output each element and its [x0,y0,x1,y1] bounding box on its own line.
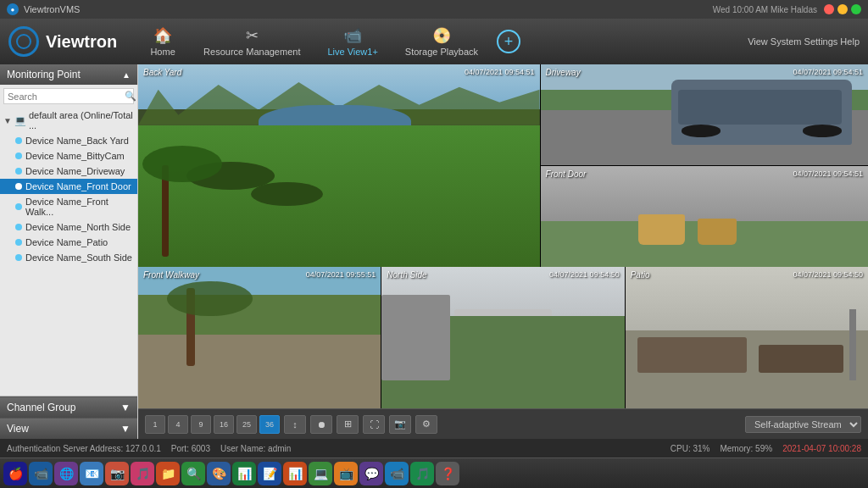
sidebar-item-frontdoor[interactable]: Device Name_Front Door [0,179,137,194]
stream-select[interactable]: Self-adaptive Stream [745,416,861,433]
app-icon: ● [7,3,19,15]
nav-resource[interactable]: ✂ Resource Management [192,23,312,60]
tool-record-button[interactable]: ⏺ [310,415,332,434]
cam-status-dot [15,239,22,246]
tool-settings-button[interactable]: ⚙ [415,415,437,434]
cam-status-dot [15,137,22,144]
frontdoor-camera-timestamp: 04/07/2021 09:54:51 [793,169,863,178]
sidebar-item-backyard[interactable]: Device Name_Back Yard [0,133,137,148]
sidebar-item-driveway[interactable]: Device Name_Driveway [0,164,137,179]
layout-1-button[interactable]: 1 [145,415,165,434]
dock-system-prefs[interactable]: 🌐 [54,462,78,485]
camera-cell-walkway[interactable]: Front Walkway 04/07/2021 09:55:51 [138,267,381,408]
sidebar-bottom: Channel Group ▼ View ▼ [0,396,137,439]
app-title: ViewtronVMS [24,4,713,14]
liveview-icon: 📹 [343,26,362,45]
nav-liveview-label: Live View1+ [327,47,377,57]
view-system-settings[interactable]: View System Settings Help [748,36,860,47]
dock-excel[interactable]: 📊 [232,462,256,485]
camera-cell-driveway[interactable]: Driveway 04/07/2021 09:54:51 [541,64,868,165]
tool-fullscreen-button[interactable]: ⛶ [363,415,385,434]
window-controls[interactable] [824,4,861,14]
layout-4-button[interactable]: 4 [168,415,188,434]
sidebar-item-driveway-label: Device Name_Driveway [25,166,125,176]
auth-server-label: Authentication Server Address: 127.0.0.1 [7,444,161,453]
cam-status-dot [15,168,22,175]
sidebar-item-backyard-label: Device Name_Back Yard [25,136,129,146]
view-section[interactable]: View ▼ [0,418,137,439]
bottom-bar: 1 4 9 16 25 36 ↕ ⏺ ⊞ ⛶ 📷 ⚙ Self-adaptive… [138,408,868,439]
sidebar-item-patio[interactable]: Device Name_Patio [0,235,137,250]
add-view-button[interactable]: + [497,30,520,53]
titlebar: ● ViewtronVMS Wed 10:00 AM Mike Haldas [0,0,868,19]
layout-9-button[interactable]: 9 [191,415,211,434]
dock-chrome[interactable]: 🔍 [181,462,205,485]
dock-zoom[interactable]: 📹 [385,462,409,485]
tool-move-button[interactable]: ↕ [284,415,306,434]
monitoring-point-header[interactable]: Monitoring Point ▲ [0,64,137,85]
tree-root-item[interactable]: ▼ 💻 default area (Online/Total ... [0,108,137,133]
dock-word[interactable]: 📝 [258,462,281,485]
dock-photoshop[interactable]: 🎨 [207,462,231,485]
dock-filezilla[interactable]: 📁 [156,462,180,485]
status-right: CPU: 31% Memory: 59% 2021-04-07 10:00:28 [670,444,861,453]
dock-slack[interactable]: 💬 [359,462,383,485]
sidebar-item-southside[interactable]: Device Name_South Side [0,250,137,265]
walkway-camera-timestamp: 04/07/2021 09:55:51 [306,270,376,279]
nav-playback[interactable]: 📀 Storage Playback [393,23,490,60]
layout-36-button[interactable]: 36 [259,415,280,434]
dock-viewtron[interactable]: 📹 [29,462,53,485]
memory-label: Memory: 59% [720,444,772,453]
camera-area: Back Yard 04/07/2021 09:54:51 Driveway 0… [138,64,868,439]
camera-grid: Back Yard 04/07/2021 09:54:51 Driveway 0… [138,64,868,408]
top-right-controls: View System Settings Help [748,36,860,47]
dock-iterm[interactable]: 💻 [309,462,332,485]
tool-snapshot-button[interactable]: 📷 [389,415,411,434]
nav-playback-label: Storage Playback [405,47,478,57]
search-input[interactable] [8,92,125,102]
dock-help[interactable]: ❓ [436,462,459,485]
cam-status-dot [15,183,22,190]
dock-email[interactable]: 📧 [80,462,103,485]
nav-home[interactable]: 🏠 Home [137,23,188,60]
cam-status-dot [15,203,22,210]
device-tree: ▼ 💻 default area (Online/Total ... Devic… [0,108,137,396]
channel-group-chevron-icon: ▼ [120,402,131,413]
camera-cell-northside[interactable]: North Side 04/07/2021 09:54:50 [381,267,624,408]
nav-liveview[interactable]: 📹 Live View1+ [315,23,389,60]
sys-datetime: Wed 10:00 AM Mike Haldas [713,5,817,14]
status-bar: Authentication Server Address: 127.0.0.1… [0,439,868,458]
sidebar-item-frontwalk[interactable]: Device Name_Front Walk... [0,194,137,219]
home-icon: 🏠 [153,26,172,45]
camera-cell-frontdoor[interactable]: Front Door 04/07/2021 09:54:51 [541,166,868,267]
layout-25-button[interactable]: 25 [236,415,257,434]
search-box[interactable]: 🔍 [3,88,134,104]
port-label: Port: 6003 [171,444,210,453]
channel-group-section[interactable]: Channel Group ▼ [0,396,137,418]
dock-music[interactable]: 🎵 [131,462,154,485]
close-button[interactable] [824,4,834,14]
dock-finder[interactable]: 🍎 [3,462,27,485]
sidebar-item-bittycam-label: Device Name_BittyCam [25,151,125,161]
dock-powerpoint[interactable]: 📊 [283,462,307,485]
dock-photos[interactable]: 📷 [105,462,129,485]
logo-icon [8,26,39,57]
camera-cell-backyard[interactable]: Back Yard 04/07/2021 09:54:51 [138,64,540,267]
backyard-camera-timestamp: 04/07/2021 09:54:51 [465,68,535,76]
layout-16-button[interactable]: 16 [214,415,234,434]
walkway-camera-label: Front Walkway [143,270,199,280]
cpu-label: CPU: 31% [670,444,710,453]
dock-spotify[interactable]: 🎵 [410,462,434,485]
maximize-button[interactable] [851,4,861,14]
minimize-button[interactable] [837,4,848,14]
cam-status-dot [15,152,22,159]
nav-home-label: Home [150,47,175,57]
resource-icon: ✂ [246,26,259,45]
tool-grid-button[interactable]: ⊞ [337,415,359,434]
tree-root-label: default area (Online/Total ... [29,110,134,130]
sidebar-item-bittycam[interactable]: Device Name_BittyCam [0,148,137,164]
dock-vlc[interactable]: 📺 [334,462,358,485]
driveway-camera-label: Driveway [546,68,581,77]
sidebar-item-northside[interactable]: Device Name_North Side [0,219,137,235]
camera-cell-patio[interactable]: Patio 04/07/2021 09:54:50 [626,267,868,408]
